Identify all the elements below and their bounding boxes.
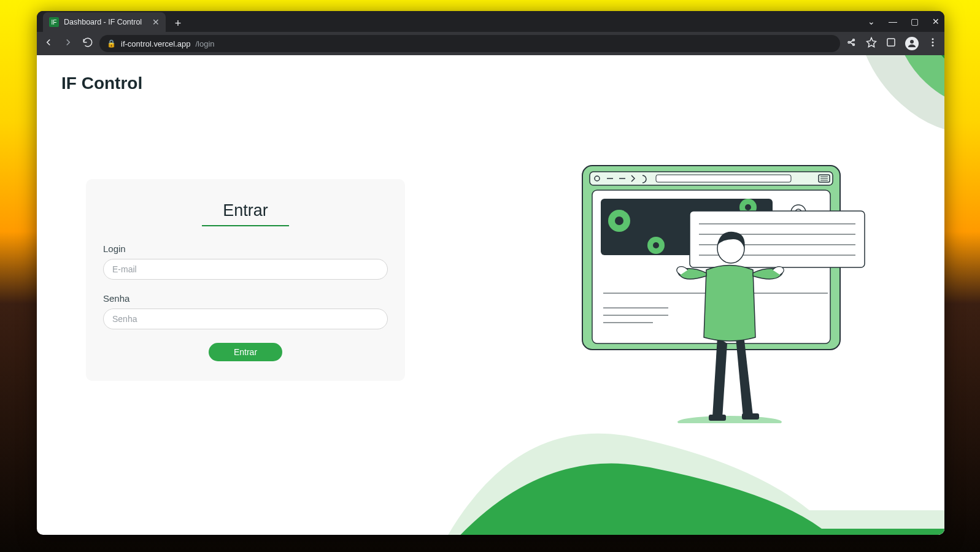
svg-point-2 [932, 38, 934, 40]
address-bar[interactable]: 🔒 if-control.vercel.app/login [99, 35, 840, 52]
forward-button[interactable] [63, 37, 74, 50]
svg-point-19 [653, 242, 659, 248]
url-domain: if-control.vercel.app [121, 39, 190, 48]
chevron-down-icon[interactable]: ⌄ [868, 17, 875, 26]
login-label: Login [103, 243, 388, 254]
password-input[interactable] [103, 309, 388, 329]
login-field: Login [103, 243, 388, 280]
close-window-button[interactable]: ✕ [932, 17, 939, 26]
page-content: IF Control Entrar Login Senha Entrar [37, 55, 944, 535]
tab-strip: IF Dashboard - IF Control ✕ + ⌄ ― ▢ ✕ [37, 11, 944, 32]
tab-title: Dashboard - IF Control [64, 18, 147, 26]
window-controls: ⌄ ― ▢ ✕ [868, 11, 939, 32]
login-heading: Entrar [103, 201, 388, 226]
bookmark-icon[interactable] [866, 37, 877, 50]
browser-toolbar: 🔒 if-control.vercel.app/login [37, 32, 944, 55]
svg-rect-35 [742, 413, 759, 420]
minimize-button[interactable]: ― [889, 17, 897, 26]
svg-point-33 [677, 416, 782, 423]
submit-button[interactable]: Entrar [209, 343, 282, 361]
svg-point-1 [910, 40, 914, 44]
svg-point-21 [745, 204, 751, 210]
maximize-button[interactable]: ▢ [911, 17, 919, 26]
login-heading-text: Entrar [202, 201, 289, 226]
senha-field: Senha [103, 293, 388, 329]
new-tab-button[interactable]: + [169, 15, 187, 32]
favicon-icon: IF [49, 17, 59, 27]
profile-avatar[interactable] [905, 37, 919, 50]
browser-tab[interactable]: IF Dashboard - IF Control ✕ [43, 12, 166, 32]
illustration [564, 153, 883, 423]
login-card: Entrar Login Senha Entrar [86, 179, 405, 381]
extensions-icon[interactable] [885, 37, 897, 50]
menu-icon[interactable] [927, 37, 938, 50]
reload-button[interactable] [82, 37, 93, 50]
close-tab-icon[interactable]: ✕ [152, 18, 160, 26]
senha-label: Senha [103, 293, 388, 304]
app-title: IF Control [61, 74, 142, 93]
email-input[interactable] [103, 259, 388, 280]
svg-point-17 [615, 217, 623, 225]
lock-icon: 🔒 [107, 39, 116, 48]
svg-rect-34 [709, 415, 726, 421]
back-button[interactable] [43, 37, 54, 50]
svg-point-3 [932, 42, 934, 44]
svg-rect-0 [887, 39, 895, 46]
desktop: IF Dashboard - IF Control ✕ + ⌄ ― ▢ ✕ [0, 0, 980, 552]
share-icon[interactable] [846, 37, 857, 50]
svg-rect-9 [656, 175, 791, 182]
url-path: /login [195, 39, 214, 48]
svg-point-4 [932, 45, 934, 47]
browser-window: IF Dashboard - IF Control ✕ + ⌄ ― ▢ ✕ [37, 11, 944, 535]
svg-rect-24 [690, 211, 865, 267]
